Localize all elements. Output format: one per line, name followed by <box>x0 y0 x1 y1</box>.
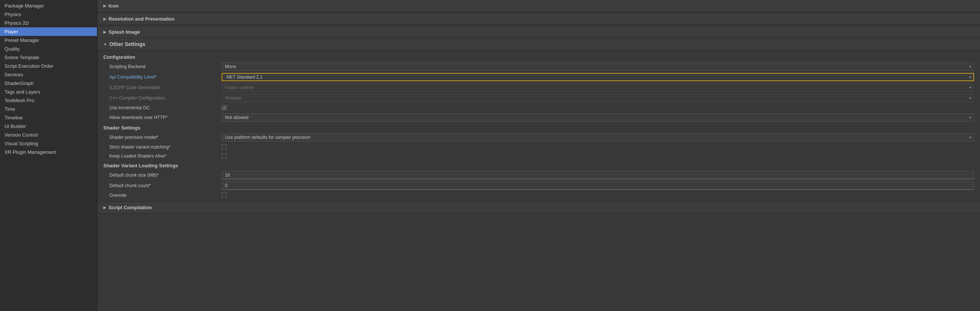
allow-downloads-dropdown-wrapper: Not allowed <box>222 113 974 122</box>
sidebar-item-visual-scripting[interactable]: Visual Scripting <box>0 139 97 148</box>
sidebar-item-time[interactable]: Time <box>0 105 97 113</box>
shader-precision-label: Shader precision model* <box>109 135 222 140</box>
resolution-section-header[interactable]: ▶ Resolution and Presentation <box>97 13 980 25</box>
default-chunk-count-input[interactable] <box>222 181 974 190</box>
cpp-compiler-dropdown-wrapper: Release <box>222 94 974 102</box>
sidebar-item-script-execution-order[interactable]: Script Execution Order <box>0 62 97 70</box>
api-compat-dropdown-wrapper: .NET Standard 2.1 <box>222 73 974 81</box>
default-chunk-size-value <box>222 171 974 179</box>
main-content: ▶ Icon ▶ Resolution and Presentation ▶ S… <box>97 0 980 311</box>
resolution-section-label: Resolution and Presentation <box>108 16 175 22</box>
scripting-backend-dropdown[interactable]: Mono <box>222 62 974 71</box>
configuration-title: Configuration <box>97 52 980 61</box>
sidebar-item-ui-builder[interactable]: UI Builder <box>0 122 97 131</box>
override-checkbox-wrapper <box>222 193 227 198</box>
cpp-compiler-dropdown: Release <box>222 94 974 102</box>
override-checkbox[interactable] <box>222 193 227 198</box>
keep-shaders-checkbox-wrapper <box>222 154 227 159</box>
default-chunk-count-row: Default chunk count* <box>97 180 980 191</box>
strict-shader-checkbox-wrapper <box>222 144 227 150</box>
shader-settings-title: Shader Settings <box>97 123 980 132</box>
script-compilation-label: Script Compilation <box>108 205 152 210</box>
allow-downloads-row: Allow downloads over HTTP* Not allowed <box>97 112 980 123</box>
sidebar-item-physics-2d[interactable]: Physics 2D <box>0 19 97 27</box>
incremental-gc-checkbox[interactable] <box>222 105 227 110</box>
sidebar-item-package-manager[interactable]: Package Manager <box>0 2 97 10</box>
incremental-gc-row: Use incremental GC <box>97 103 980 112</box>
keep-shaders-value <box>222 154 974 159</box>
default-chunk-size-input[interactable] <box>222 171 974 179</box>
cpp-compiler-label: C++ Compiler Configuration <box>109 95 222 101</box>
keep-shaders-label: Keep Loaded Shaders Alive* <box>109 154 222 159</box>
il2cpp-row: IL2CPP Code Generation Faster runtime <box>97 83 980 93</box>
scripting-backend-dropdown-wrapper: Mono <box>222 62 974 71</box>
il2cpp-dropdown-wrapper: Faster runtime <box>222 84 974 92</box>
allow-downloads-label: Allow downloads over HTTP* <box>109 115 222 120</box>
sidebar-item-quality[interactable]: Quality <box>0 44 97 53</box>
shader-precision-dropdown[interactable]: Use platform defaults for sampler precis… <box>222 133 974 141</box>
api-compat-value: .NET Standard 2.1 <box>222 73 974 81</box>
other-settings-header[interactable]: ▼ Other Settings <box>97 38 980 51</box>
strict-shader-value <box>222 144 974 150</box>
override-label: Override <box>109 193 222 198</box>
default-chunk-size-label: Default chunk size (MB)* <box>109 173 222 178</box>
allow-downloads-value: Not allowed <box>222 113 974 122</box>
cpp-compiler-value: Release <box>222 94 974 102</box>
sidebar-item-physics[interactable]: Physics <box>0 10 97 19</box>
scripting-backend-label: Scripting Backend <box>109 64 222 69</box>
script-compilation-arrow: ▶ <box>103 205 106 209</box>
sidebar-item-timeline[interactable]: Timeline <box>0 113 97 122</box>
il2cpp-label: IL2CPP Code Generation <box>109 85 222 90</box>
strict-shader-label: Strict shader variant matching* <box>109 144 222 150</box>
icon-section-header[interactable]: ▶ Icon <box>97 0 980 12</box>
incremental-gc-label: Use incremental GC <box>109 105 222 110</box>
other-settings-body: Configuration Scripting Backend Mono Api… <box>97 51 980 215</box>
cpp-compiler-row: C++ Compiler Configuration Release <box>97 93 980 103</box>
keep-shaders-checkbox[interactable] <box>222 154 227 159</box>
default-chunk-count-label: Default chunk count* <box>109 183 222 188</box>
other-settings-arrow: ▼ <box>103 42 107 46</box>
allow-downloads-dropdown[interactable]: Not allowed <box>222 113 974 122</box>
other-settings-label: Other Settings <box>109 41 145 47</box>
strict-shader-row: Strict shader variant matching* <box>97 143 980 152</box>
icon-section-label: Icon <box>108 3 119 9</box>
script-compilation-header[interactable]: ▶ Script Compilation <box>97 202 980 214</box>
scripting-backend-row: Scripting Backend Mono <box>97 61 980 72</box>
sidebar-item-scene-template[interactable]: Scene Template <box>0 53 97 62</box>
shader-precision-row: Shader precision model* Use platform def… <box>97 132 980 143</box>
scripting-backend-value: Mono <box>222 62 974 71</box>
shader-precision-value: Use platform defaults for sampler precis… <box>222 133 974 141</box>
sidebar-item-shadergraph[interactable]: ShaderGraph <box>0 79 97 87</box>
default-chunk-count-value <box>222 181 974 190</box>
api-compat-row: Api Compatibility Level* .NET Standard 2… <box>97 72 980 83</box>
override-row: Override <box>97 191 980 200</box>
incremental-gc-checkbox-wrapper <box>222 105 227 110</box>
keep-shaders-row: Keep Loaded Shaders Alive* <box>97 152 980 160</box>
il2cpp-dropdown: Faster runtime <box>222 84 974 92</box>
sidebar-item-version-control[interactable]: Version Control <box>0 131 97 139</box>
splash-section-arrow: ▶ <box>103 30 106 34</box>
sidebar-item-tags-and-layers[interactable]: Tags and Layers <box>0 87 97 96</box>
shader-precision-dropdown-wrapper: Use platform defaults for sampler precis… <box>222 133 974 141</box>
shader-variant-title: Shader Variant Loading Settings <box>97 160 980 170</box>
sidebar-item-xr-plugin[interactable]: XR Plugin Management <box>0 148 97 156</box>
api-compat-dropdown[interactable]: .NET Standard 2.1 <box>222 73 974 81</box>
sidebar-item-preset-manager[interactable]: Preset Manager <box>0 36 97 44</box>
api-compat-label: Api Compatibility Level* <box>109 75 222 80</box>
override-value <box>222 193 974 198</box>
default-chunk-size-row: Default chunk size (MB)* <box>97 170 980 180</box>
strict-shader-checkbox[interactable] <box>222 144 227 150</box>
other-settings-section: ▼ Other Settings Configuration Scripting… <box>97 38 980 215</box>
sidebar-item-textmesh-pro[interactable]: TextMesh Pro <box>0 96 97 105</box>
resolution-section-arrow: ▶ <box>103 17 106 21</box>
splash-section-label: Splash Image <box>108 29 140 35</box>
splash-section-header[interactable]: ▶ Splash Image <box>97 26 980 38</box>
sidebar: Package Manager Physics Physics 2D Playe… <box>0 0 97 311</box>
incremental-gc-value <box>222 105 974 110</box>
sidebar-item-services[interactable]: Services <box>0 70 97 79</box>
icon-section-arrow: ▶ <box>103 4 106 8</box>
il2cpp-value: Faster runtime <box>222 84 974 92</box>
sidebar-item-player[interactable]: Player <box>0 27 97 36</box>
